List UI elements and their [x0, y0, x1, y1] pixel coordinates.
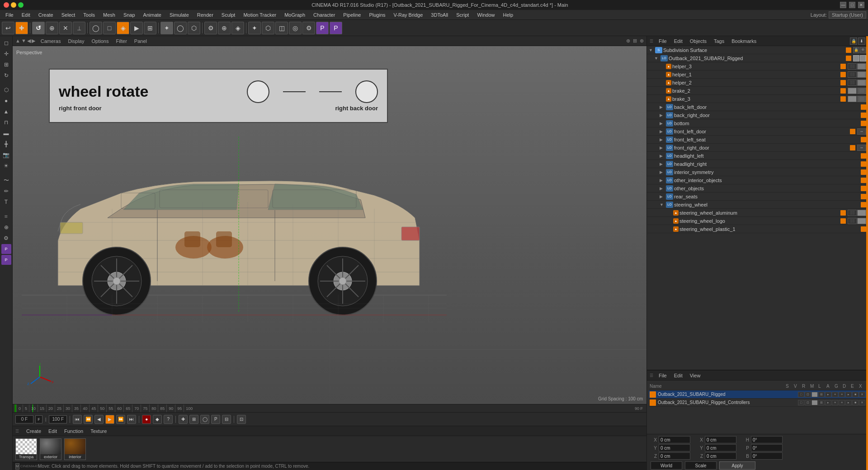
play-reverse-button[interactable]: ◀ [94, 415, 104, 424]
expand-icon[interactable]: ▼ [660, 202, 665, 207]
tick-80[interactable]: 80 [149, 404, 158, 412]
attr-vis-x[interactable]: ✕ [859, 392, 865, 397]
viewport-nav-panel[interactable]: Panel [132, 38, 149, 45]
viewport-nav-filter[interactable]: Filter [114, 38, 128, 45]
expand-icon[interactable]: ▶ [660, 129, 665, 134]
tick-25[interactable]: 25 [55, 404, 63, 412]
attr-vis-a[interactable]: ≡ [832, 400, 838, 405]
attr-vis-m[interactable]: ⊞ [818, 392, 825, 397]
vis-dot-1[interactable]: • [853, 55, 859, 61]
expand-icon[interactable]: ▶ [660, 170, 665, 174]
vis-mat-2[interactable]: ░░ [857, 88, 866, 94]
tool-cone[interactable]: ▲ [1, 107, 11, 117]
obj-menu-tags[interactable]: Tags [712, 38, 726, 45]
menu-pipeline[interactable]: Pipeline [340, 11, 364, 19]
vis-icon-1[interactable]: 🔒 [853, 47, 859, 53]
tree-item-sw-aluminum[interactable]: ▲ steering_wheel_aluminum ░░ ▒▒ [647, 209, 868, 217]
tool-text[interactable]: T [1, 197, 11, 207]
coord-mode-world[interactable]: World [651, 461, 682, 470]
vis-dots[interactable]: •• [857, 128, 866, 135]
tool-sphere[interactable]: ● [1, 96, 11, 106]
attr-vis-s[interactable]: □ [798, 392, 804, 397]
coord-h-field[interactable]: 0° [751, 436, 783, 443]
record-button[interactable]: ● [142, 415, 151, 424]
frame-input[interactable]: F [35, 415, 42, 423]
vis-mat-2[interactable]: ▒▒ [857, 210, 866, 216]
tick-95[interactable]: 95 [175, 404, 184, 412]
apply-button[interactable]: Apply [719, 461, 755, 470]
tool-python4[interactable]: P [1, 255, 11, 265]
tree-item-outback[interactable]: ▼ LO Outback_2021_SUBARU_Rigged • • [647, 54, 868, 62]
menu-vray[interactable]: V-Ray Bridge [390, 11, 427, 19]
viewport-3d[interactable]: wheel rotate right front door right back… [13, 46, 646, 404]
current-frame-display[interactable]: 0 F [15, 415, 33, 423]
tick-75[interactable]: 75 [141, 404, 149, 412]
attr-vis-r[interactable]: ■ [811, 392, 818, 397]
go-to-start-button[interactable]: ⏮ [73, 415, 82, 424]
mode-edge[interactable]: ✕ [59, 22, 72, 34]
viewport-nav-cameras[interactable]: Cameras [39, 38, 63, 45]
vis-mat-1[interactable]: ░░ [848, 80, 857, 86]
attr-vis-g[interactable]: ≡ [839, 400, 845, 405]
obj-menu-file[interactable]: File [657, 38, 669, 45]
coord-y-field[interactable]: 0 cm [659, 444, 690, 451]
tree-item-helper2[interactable]: ▲ helper_2 ░░ ▒▒ [647, 79, 868, 87]
tick-100[interactable]: 100 [184, 404, 194, 412]
expand-icon[interactable]: ▶ [660, 178, 665, 183]
coord-x-field[interactable]: 0 cm [659, 436, 690, 443]
timeline-view-button[interactable]: ⊡ [237, 415, 246, 424]
tree-item-bottom[interactable]: ▶ LO bottom [647, 119, 868, 127]
tool-python3[interactable]: P [1, 244, 11, 254]
maximize-button[interactable]: □ [849, 2, 855, 8]
tick-60[interactable]: 60 [115, 404, 123, 412]
tool-scale2[interactable]: ⊞ [1, 60, 11, 70]
expand-icon[interactable]: ▶ [660, 105, 665, 109]
attr-menu-file[interactable]: File [657, 372, 669, 379]
render-queue[interactable]: ⊞ [144, 22, 156, 34]
tool-rotate[interactable]: ⬡ [188, 22, 200, 34]
tool-spline[interactable]: ✦ [248, 22, 261, 34]
menu-simulate[interactable]: Simulate [166, 11, 193, 19]
vis-mat-1[interactable]: ░░ [848, 71, 857, 78]
tick-30[interactable]: 30 [63, 404, 72, 412]
attr-vis-g[interactable]: ≡ [839, 392, 845, 397]
material-interior[interactable]: interior [64, 438, 86, 460]
timeline[interactable]: 0 5 10 15 20 25 30 35 40 45 50 55 60 65 … [13, 404, 646, 412]
vis-mat-2[interactable]: ▒▒ [857, 80, 866, 86]
keyframe-all-button[interactable]: ⊞ [189, 415, 198, 424]
tool-brush[interactable]: ⚙ [204, 22, 217, 34]
undo-button[interactable]: ↩ [2, 22, 14, 34]
tree-item-front-left-seat[interactable]: ▶ LO front_left_seat [647, 136, 868, 144]
tick-55[interactable]: 55 [106, 404, 115, 412]
expand-icon[interactable]: ▶ [660, 137, 665, 142]
tree-item-front-left-door[interactable]: ▶ LO front_left_door •• [647, 127, 868, 136]
tree-item-brake2[interactable]: ▲ brake_2 ▒▒ ░░ [647, 87, 868, 95]
material-transparent[interactable]: Transpa [15, 438, 37, 460]
tool-generator[interactable]: ⚙ [1, 233, 11, 243]
coord-x2-field[interactable]: 0 cm [705, 436, 736, 443]
autokey-button[interactable]: ◯ [200, 415, 209, 424]
attr-vis-e[interactable]: ■ [852, 392, 859, 397]
vis-icon-2[interactable]: 👁 [860, 47, 866, 53]
tick-85[interactable]: 85 [158, 404, 166, 412]
coord-p-field[interactable]: 0° [751, 444, 783, 451]
expand-icon[interactable]: ▶ [660, 146, 665, 150]
menu-render[interactable]: Render [193, 11, 217, 19]
material-texture[interactable]: Texture [89, 428, 108, 435]
tick-40[interactable]: 40 [80, 404, 89, 412]
tree-item-back-right-door[interactable]: ▶ LO back_right_door [647, 111, 868, 119]
obj-menu-objects[interactable]: Objects [688, 38, 708, 45]
motion-path-button[interactable]: P [211, 415, 220, 424]
attr-vis-d[interactable]: ▸ [845, 400, 852, 405]
timeline-extra[interactable]: ⊟ [222, 415, 231, 424]
menu-window[interactable]: Window [473, 11, 498, 19]
tree-item-subdivision-surface[interactable]: ▼ S Subdivision Surface 🔒 👁 [647, 46, 868, 54]
tool-knife[interactable]: ◫ [275, 22, 288, 34]
render-all[interactable]: ▶ [130, 22, 143, 34]
tree-item-brake3[interactable]: ▲ brake_3 ▒▒ ░░ [647, 95, 868, 103]
tree-item-helper1[interactable]: ▲ helper_1 ░░ ▒▒ [647, 70, 868, 79]
tool-scale[interactable]: ◯ [174, 22, 187, 34]
menu-character[interactable]: Character [310, 11, 339, 19]
tool-select[interactable]: ◻ [1, 38, 11, 48]
step-back-button[interactable]: ⏪ [84, 415, 93, 424]
